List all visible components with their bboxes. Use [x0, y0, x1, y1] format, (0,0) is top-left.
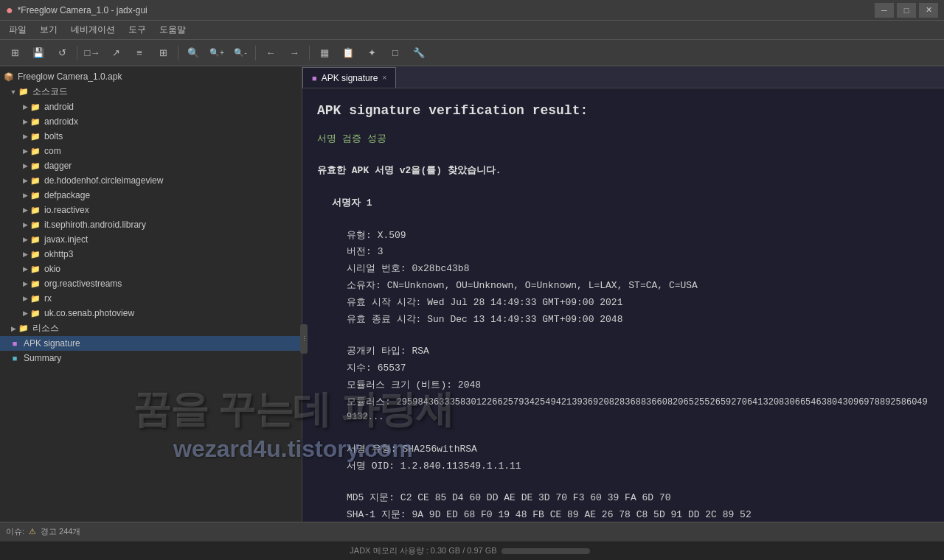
rx-folder-icon: 📁 [30, 293, 41, 304]
sidebar-item-summary[interactable]: ■ Summary [0, 351, 302, 365]
collapse-handle[interactable]: ⋮ [300, 324, 308, 354]
sign-oid-label: 서명 OID: [347, 461, 395, 472]
androidx-folder-icon: 📁 [30, 116, 41, 127]
sidebar-item-resources[interactable]: ▶ 📁 리소스 [0, 321, 302, 336]
memory-progress-bg [502, 548, 590, 554]
sidebar-item-okio[interactable]: ▶ 📁 okio [0, 262, 302, 276]
open-button[interactable]: ⊞ [4, 43, 25, 63]
io-folder-icon: 📁 [30, 204, 41, 216]
menu-view[interactable]: 보기 [34, 21, 63, 38]
sidebar-item-androidx[interactable]: ▶ 📁 androidx [0, 114, 302, 129]
io-arrow: ▶ [21, 206, 30, 214]
maximize-button[interactable]: □ [897, 3, 916, 18]
sidebar-item-rx[interactable]: ▶ 📁 rx [0, 291, 302, 306]
back-button[interactable]: ← [260, 43, 281, 63]
warning-icon: ⚠ [29, 527, 36, 536]
sidebar-item-okhttp3[interactable]: ▶ 📁 okhttp3 [0, 247, 302, 262]
resources-folder-icon: 📁 [18, 323, 30, 335]
field-pubkey-type: 공개키 타입: RSA [317, 344, 929, 360]
decompile-button[interactable]: □→ [82, 43, 103, 63]
dagger-folder-icon: 📁 [30, 160, 41, 172]
io-label: io.reactivex [44, 205, 89, 215]
warning-text: 경고 244개 [41, 526, 80, 537]
tab-label: APK signature [322, 73, 378, 83]
refresh-button[interactable]: ↺ [52, 43, 72, 63]
tab-manager-button[interactable]: ▦ [314, 43, 335, 63]
tab-apk-signature[interactable]: ■ APK signature × [302, 67, 396, 88]
com-label: com [44, 146, 61, 156]
sidebar-item-bolts[interactable]: ▶ 📁 bolts [0, 129, 302, 144]
bolts-label: bolts [44, 131, 63, 141]
sidebar-item-it[interactable]: ▶ 📁 it.sephiroth.android.library [0, 217, 302, 232]
okio-label: okio [44, 264, 60, 274]
menu-tools[interactable]: 도구 [122, 21, 152, 38]
sidebar-item-io[interactable]: ▶ 📁 io.reactivex [0, 203, 302, 217]
main: 📦 Freeglow Camera_1.0.apk ▼ 📁 소스코드 ▶ 📁 a… [0, 66, 944, 522]
title-bar-controls: ─ □ ✕ [875, 3, 938, 18]
field-version-label: 버전: [347, 246, 372, 257]
sidebar-item-defpackage[interactable]: ▶ 📁 defpackage [0, 188, 302, 203]
md5-label: MD5 지문: [347, 492, 395, 503]
sidebar-item-dagger[interactable]: ▶ 📁 dagger [0, 158, 302, 173]
save-button[interactable]: 💾 [28, 43, 49, 63]
sidebar-item-org[interactable]: ▶ 📁 org.reactivestreams [0, 276, 302, 291]
com-arrow: ▶ [21, 147, 30, 155]
org-folder-icon: 📁 [30, 278, 41, 290]
zoom-out-button[interactable]: 🔍- [230, 43, 251, 63]
settings-button[interactable]: 🔧 [409, 43, 429, 63]
code-content[interactable]: APK signature verification result: 서명 검증… [302, 88, 944, 522]
sidebar-item-uk[interactable]: ▶ 📁 uk.co.senab.photoview [0, 306, 302, 321]
rx-arrow: ▶ [21, 294, 30, 303]
tree-root-label: Freeglow Camera_1.0.apk [18, 71, 122, 82]
menu-navigate[interactable]: 네비게이션 [65, 21, 121, 38]
javax-folder-icon: 📁 [30, 234, 41, 245]
star-button[interactable]: ✦ [361, 43, 382, 63]
field-md5: MD5 지문: C2 CE 85 D4 60 DD AE DE 3D 70 F3… [317, 491, 929, 506]
title-bar-left: ● *Freeglow Camera_1.0 - jadx-gui [6, 4, 148, 17]
sidebar-item-apk-sig[interactable]: ■ APK signature [0, 336, 302, 351]
field-serial: 시리얼 번호: 0x28bc43b8 [317, 262, 929, 277]
sidebar-item-javax[interactable]: ▶ 📁 javax.inject [0, 232, 302, 247]
close-button[interactable]: ✕ [919, 3, 938, 18]
sha1-value: 9A 9D ED 68 F0 19 48 FB CE 89 AE 26 78 C… [412, 509, 751, 520]
valid-msg: 유효한 APK 서명 v2을(를) 찾았습니다. [317, 164, 929, 179]
de-folder-icon: 📁 [30, 175, 41, 186]
menu-help[interactable]: 도움말 [153, 21, 192, 38]
uk-folder-icon: 📁 [30, 307, 41, 319]
okhttp3-folder-icon: 📁 [30, 248, 41, 260]
field-modulus: 모듈러스: 2959843633358301226625793425494213… [317, 395, 929, 426]
field-valid-to-label: 유효 종료 시각: [347, 314, 421, 325]
list-button[interactable]: ≡ [129, 43, 150, 63]
sidebar-item-de[interactable]: ▶ 📁 de.hdodenhof.circleimageview [0, 173, 302, 188]
zoom-in-button[interactable]: 🔍+ [206, 43, 227, 63]
androidx-arrow: ▶ [21, 117, 30, 126]
tab-sig-icon: ■ [312, 74, 317, 83]
title-bar-title: *Freeglow Camera_1.0 - jadx-gui [18, 5, 148, 15]
clipboard-button[interactable]: 📋 [338, 43, 358, 63]
field-sign-type: 서명 유형: SHA256withRSA [317, 442, 929, 458]
window-button[interactable]: □ [385, 43, 406, 63]
app-logo: ● [6, 4, 13, 17]
sidebar-item-com[interactable]: ▶ 📁 com [0, 144, 302, 158]
tree-source[interactable]: ▼ 📁 소스코드 [0, 84, 302, 99]
export-button[interactable]: ↗ [105, 43, 126, 63]
tab-close-button[interactable]: × [382, 74, 386, 82]
apk-icon: 📦 [3, 71, 15, 83]
sign-oid-value: 1.2.840.113549.1.1.11 [400, 461, 521, 472]
sidebar-item-android[interactable]: ▶ 📁 android [0, 99, 302, 114]
dagger-label: dagger [44, 161, 72, 171]
dagger-arrow: ▶ [21, 161, 30, 170]
org-label: org.reactivestreams [44, 279, 122, 289]
forward-button[interactable]: → [284, 43, 305, 63]
grid-button[interactable]: ⊞ [153, 43, 173, 63]
bolts-folder-icon: 📁 [30, 130, 41, 142]
tree-root[interactable]: 📦 Freeglow Camera_1.0.apk [0, 69, 302, 84]
modulus-label: 모듈러스: [347, 396, 391, 407]
modulus-bits-value: 2048 [458, 379, 481, 391]
field-owner: 소유자: CN=Unknown, OU=Unknown, O=Unknown, … [317, 279, 929, 294]
search-button[interactable]: 🔍 [183, 43, 204, 63]
menu-file[interactable]: 파일 [3, 21, 32, 38]
field-type: 유형: X.509 [317, 228, 929, 244]
minimize-button[interactable]: ─ [875, 3, 894, 18]
content-area: ■ APK signature × APK signature verifica… [302, 66, 944, 522]
